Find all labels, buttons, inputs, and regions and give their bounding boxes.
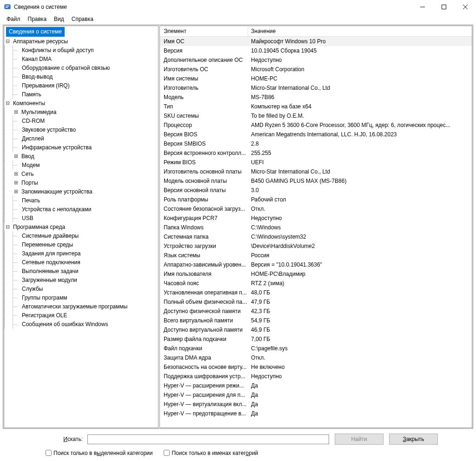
detail-row[interactable]: Часовой поясRTZ 2 (зима) [160, 279, 472, 288]
tree-toggle-icon[interactable]: ⊟ [4, 100, 11, 106]
tree-panel[interactable]: Сведения о системе ⊟Аппаратные ресурсыКо… [4, 26, 159, 428]
close-search-button[interactable]: Закрыть [389, 434, 438, 445]
detail-row[interactable]: Защита DMA ядраОткл. [160, 353, 472, 362]
tree-sw-item[interactable]: Сетевые подключения [4, 258, 158, 267]
detail-row[interactable]: Доступно виртуальной памяти46,9 ГБ [160, 325, 472, 334]
tree-sw-item[interactable]: Службы [4, 284, 158, 293]
tree-toggle-icon[interactable]: ⊟ [4, 224, 11, 230]
detail-row[interactable]: Дополнительное описание ОСНедоступно [160, 55, 472, 65]
menu-file[interactable]: Файл [3, 15, 24, 23]
tree-hw-item[interactable]: Конфликты и общий доступ [4, 46, 158, 54]
tree-comp-item[interactable]: CD-ROM [4, 116, 158, 125]
tree-comp-item[interactable]: Печать [4, 196, 158, 205]
tree-sw-item[interactable]: Автоматически загружаемые программы [4, 302, 158, 311]
tree-hw-item[interactable]: Ввод-вывод [4, 72, 158, 81]
detail-row[interactable]: Устройство загрузки\Device\HarddiskVolum… [160, 241, 472, 251]
detail-row[interactable]: Имя ОСМайкрософт Windows 10 Pro [160, 37, 472, 46]
tree-hw-item[interactable]: Оборудование с обратной связью [4, 63, 158, 72]
close-button[interactable] [455, 0, 476, 14]
detail-row[interactable]: Версия BIOSAmerican Megatrends Internati… [160, 130, 472, 139]
detail-row[interactable]: Всего виртуальной памяти54,9 ГБ [160, 316, 472, 325]
detail-row[interactable]: Изготовитель ОСMicrosoft Corporation [160, 65, 472, 74]
minimize-button[interactable] [412, 0, 433, 14]
tree-comp-item[interactable]: ⊞Порты [4, 178, 158, 187]
menu-view[interactable]: Вид [50, 15, 68, 23]
tree-root[interactable]: Сведения о системе [6, 27, 65, 37]
detail-row[interactable]: Полный объем физической па...47,9 ГБ [160, 297, 472, 307]
detail-row[interactable]: Изготовитель основной платыMicro-Star In… [160, 167, 472, 176]
detail-row[interactable]: Имя пользователяHOME-PC\Владимир [160, 269, 472, 279]
tree-comp-item[interactable]: Модем [4, 160, 158, 169]
tree-hw-item[interactable]: Прерывания (IRQ) [4, 81, 158, 90]
tree-sw-item[interactable]: Выполняемые задачи [4, 267, 158, 275]
detail-row[interactable]: Модель основной платыB450 GAMING PLUS MA… [160, 176, 472, 186]
detail-row[interactable]: Версия10.0.19045 Сборка 19045 [160, 46, 472, 55]
detail-row[interactable]: Системная папкаC:\Windows\system32 [160, 232, 472, 241]
detail-row[interactable]: Режим BIOSUEFI [160, 158, 472, 167]
detail-row[interactable]: Состояние безопасной загруз...Откл. [160, 204, 472, 214]
detail-row[interactable]: МодельMS-7B86 [160, 93, 472, 102]
tree-comp-item[interactable]: ⊞Сеть [4, 169, 158, 178]
tree-comp-item[interactable]: Дисплей [4, 134, 158, 143]
tree-toggle-icon[interactable]: ⊞ [13, 153, 20, 159]
tree-sw-item[interactable]: Загруженные модули [4, 275, 158, 284]
maximize-button[interactable] [433, 0, 455, 14]
search-input[interactable] [87, 434, 329, 444]
tree-comp-item[interactable]: ⊞Ввод [4, 152, 158, 160]
detail-row[interactable]: Hyper-V — расширения для п...Да [160, 390, 472, 400]
tree-comp-item[interactable]: ⊞Мультимедиа [4, 107, 158, 116]
tree-sw-item[interactable]: Системные драйверы [4, 231, 158, 240]
tree-comp-item[interactable]: Звуковое устройство [4, 125, 158, 134]
detail-row[interactable]: Имя системыHOME-PC [160, 74, 472, 83]
chk-category-names-box[interactable] [164, 450, 170, 456]
menu-help[interactable]: Справка [68, 15, 97, 23]
tree-sw-item[interactable]: Задания для принтера [4, 249, 158, 258]
detail-row[interactable]: ПроцессорAMD Ryzen 5 3600 6-Core Process… [160, 120, 472, 130]
detail-row[interactable]: Размер файла подкачки7,00 ГБ [160, 334, 472, 344]
detail-row[interactable]: ИзготовительMicro-Star International Co.… [160, 83, 472, 93]
tree-comp-item[interactable]: USB [4, 214, 158, 222]
tree-components[interactable]: ⊟Компоненты [4, 99, 158, 107]
tree-hw-item[interactable]: Память [4, 90, 158, 99]
detail-row[interactable]: Безопасность на основе вирту...Не включе… [160, 362, 472, 372]
detail-row[interactable]: Установленная оперативная п...48,0 ГБ [160, 288, 472, 297]
detail-row[interactable]: Hyper-V — виртуализация вкл...Да [160, 400, 472, 409]
tree-toggle-icon[interactable]: ⊟ [4, 38, 11, 44]
chk-selected-category[interactable]: Поиск только в выделенной категории [44, 448, 152, 457]
detail-row[interactable]: SKU системыTo be filled by O.E.M. [160, 111, 472, 120]
find-button[interactable]: Найти [335, 434, 383, 445]
detail-row[interactable]: Версия SMBIOS2.8 [160, 139, 472, 148]
detail-row[interactable]: Hyper-V — расширения режи...Да [160, 381, 472, 390]
tree-comp-item[interactable]: ⊞Запоминающие устройства [4, 187, 158, 196]
tree-sw-item[interactable]: Сообщения об ошибках Windows [4, 320, 158, 328]
tree-toggle-icon[interactable]: ⊞ [13, 180, 20, 186]
detail-row[interactable]: Язык системыРоссия [160, 251, 472, 260]
detail-row[interactable]: Аппаратно-зависимый уровен...Версия = "1… [160, 260, 472, 269]
col-element[interactable]: Элемент [160, 26, 248, 36]
tree-sw-item[interactable]: Регистрация OLE [4, 311, 158, 320]
detail-row[interactable]: ТипКомпьютер на базе x64 [160, 102, 472, 111]
tree-toggle-icon[interactable]: ⊞ [13, 109, 20, 115]
tree-comp-item[interactable]: Устройства с неполадками [4, 205, 158, 214]
tree-sw-item[interactable]: Переменные среды [4, 240, 158, 249]
detail-row[interactable]: Файл подкачкиC:\pagefile.sys [160, 344, 472, 353]
detail-row[interactable]: Конфигурация PCR7Недоступно [160, 214, 472, 223]
chk-selected-category-box[interactable] [46, 450, 52, 456]
detail-row[interactable]: Доступно физической памяти42,3 ГБ [160, 307, 472, 316]
tree-hardware[interactable]: ⊟Аппаратные ресурсы [4, 37, 158, 46]
tree-hw-item[interactable]: Канал DMA [4, 54, 158, 63]
tree-comp-item[interactable]: Инфракрасные устройства [4, 143, 158, 152]
col-value[interactable]: Значение [248, 26, 472, 36]
tree-software[interactable]: ⊟Программная среда [4, 222, 158, 231]
detail-row[interactable]: Роль платформыРабочий стол [160, 195, 472, 204]
detail-row[interactable]: Hyper-V — предотвращение в...Да [160, 409, 472, 418]
tree-toggle-icon[interactable]: ⊞ [13, 171, 20, 177]
detail-row[interactable]: Версия встроенного контролл...255.255 [160, 148, 472, 158]
detail-panel[interactable]: Элемент Значение Имя ОСМайкрософт Window… [159, 26, 472, 428]
tree-toggle-icon[interactable]: ⊞ [13, 188, 20, 194]
detail-row[interactable]: Версия основной платы3.0 [160, 186, 472, 195]
chk-category-names[interactable]: Поиск только в именах категорий [162, 448, 258, 457]
detail-row[interactable]: Поддержка шифрования устр...Недоступно [160, 372, 472, 381]
menu-edit[interactable]: Правка [24, 15, 51, 23]
tree-sw-item[interactable]: Группы программ [4, 293, 158, 302]
